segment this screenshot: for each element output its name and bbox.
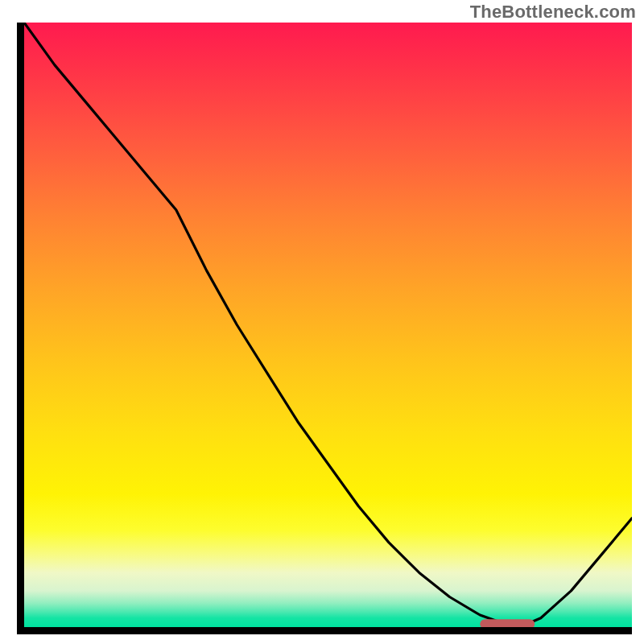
- plot-area: [17, 23, 632, 634]
- chart-container: TheBottleneck.com: [0, 0, 644, 644]
- gradient-background: [24, 23, 632, 627]
- watermark-text: TheBottleneck.com: [470, 2, 636, 23]
